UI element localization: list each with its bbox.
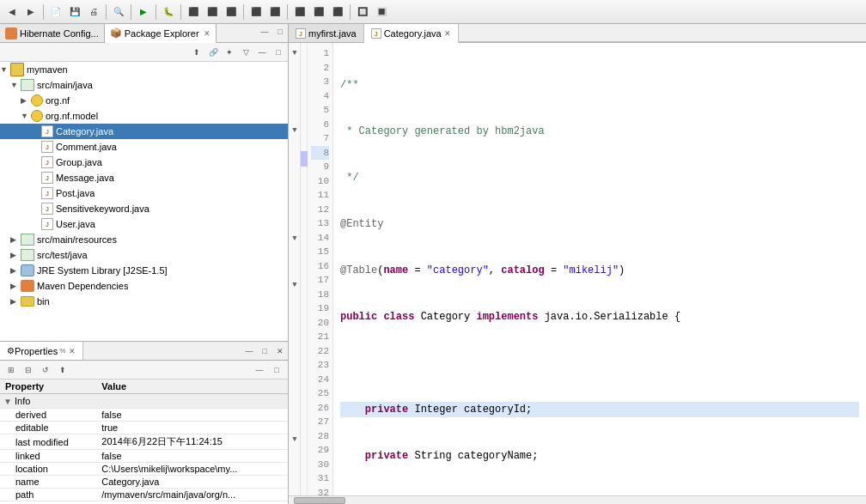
code-editor[interactable]: ▼ ▼ ▼ ▼ [289, 43, 866, 495]
tree-node-maven-deps[interactable]: ▶ Maven Dependencies [0, 278, 288, 294]
toolbar-search[interactable]: 🔍 [110, 3, 127, 21]
toolbar-btn-h[interactable]: ⬛ [329, 3, 346, 21]
tab-category-close[interactable]: ✕ [444, 29, 451, 38]
tab-properties[interactable]: ⚙ Properties % ✕ [0, 342, 83, 360]
ln-14: 14 [311, 231, 329, 246]
tree-node-user-java[interactable]: J User.java [0, 216, 288, 232]
prop-minimize[interactable]: — [241, 343, 257, 359]
prop-group-info-label: Info [15, 396, 30, 406]
maximize-explorer[interactable]: □ [272, 24, 288, 39]
tab-myfirst-java[interactable]: J myfirst.java [289, 24, 364, 42]
toolbar-save[interactable]: 💾 [66, 3, 83, 21]
tree-node-post-java[interactable]: J Post.java [0, 185, 288, 201]
fold-btn-30[interactable]: ▼ [289, 495, 301, 495]
prop-btn-export[interactable]: ⬆ [55, 362, 70, 378]
prop-minimize-right[interactable]: — [252, 362, 267, 378]
ln-15: 15 [311, 245, 329, 259]
toolbar-sep-6 [243, 4, 244, 20]
arrow-src-test[interactable]: ▶ [10, 251, 21, 259]
tree-node-org-nf-model[interactable]: ▼ org.nf.model [0, 108, 288, 124]
prop-key-name: name [0, 476, 96, 489]
fold-btn-6[interactable]: ▼ [289, 124, 301, 139]
maven-icon [21, 280, 34, 292]
col-header-value: Value [96, 380, 288, 394]
fold-btn-26[interactable]: ▼ [289, 433, 301, 448]
tab-package-explorer-close[interactable]: ✕ [204, 29, 210, 38]
prop-maximize-right[interactable]: □ [269, 362, 284, 378]
java-icon-category: J [41, 125, 53, 137]
arrow-mymaven[interactable]: ▼ [0, 65, 10, 74]
prop-val-path: /mymaven/src/main/java/org/n... [96, 489, 288, 501]
toolbar-new[interactable]: 📄 [47, 3, 64, 21]
tree-node-comment-java[interactable]: J Comment.java [0, 139, 288, 155]
minimize-explorer[interactable]: — [257, 24, 272, 39]
toolbar-perspective[interactable]: 🔲 [354, 3, 371, 21]
collapse-all-btn[interactable]: ⬆ [189, 45, 204, 60]
toolbar-btn-c[interactable]: ⬛ [223, 3, 240, 21]
java-icon-sensitivekeyword: J [41, 203, 53, 215]
new-btn[interactable]: ✦ [222, 45, 237, 60]
toolbar-run[interactable]: ▶ [135, 3, 152, 21]
arrow-src-resources[interactable]: ▶ [10, 235, 21, 244]
tree-node-jre[interactable]: ▶ JRE System Library [J2SE-1.5] [0, 263, 288, 278]
toolbar-debug[interactable]: 🐛 [160, 3, 177, 21]
prop-key-last-modified: last modified [0, 434, 96, 450]
arrow-src[interactable]: ▼ [10, 81, 21, 89]
tab-package-explorer[interactable]: 📦 Package Explorer ✕ [105, 24, 216, 43]
java-icon-comment: J [41, 141, 53, 153]
tree-node-message-java[interactable]: J Message.java [0, 170, 288, 185]
tree-node-sensitivekeyword-java[interactable]: J Sensitivekeyword.java [0, 201, 288, 216]
prop-btn-filter[interactable]: ⊟ [21, 362, 36, 378]
prop-maximize[interactable]: □ [257, 343, 272, 359]
tree-node-org-nf[interactable]: ▶ org.nf [0, 93, 288, 108]
ln-6: 6 [311, 118, 329, 132]
tab-hibernate-label: Hibernate Config... [20, 28, 99, 39]
prop-btn-default[interactable]: ↺ [38, 362, 53, 378]
arrow-org-nf[interactable]: ▶ [21, 96, 31, 105]
fold-btn-13[interactable]: ▼ [289, 232, 301, 247]
toolbar-window[interactable]: 🔳 [373, 3, 390, 21]
prop-group-arrow[interactable]: ▼ [3, 397, 12, 406]
tab-category-java[interactable]: J Category.java ✕ [364, 24, 459, 43]
properties-tab-icon: ⚙ [7, 346, 15, 355]
toolbar-sep-8 [350, 4, 351, 20]
arrow-maven[interactable]: ▶ [10, 282, 21, 290]
code-lines[interactable]: /** * Category generated by hbm2java */ … [333, 43, 866, 495]
toolbar-btn-e[interactable]: ⬛ [266, 3, 284, 21]
label-maven-deps: Maven Dependencies [37, 281, 128, 291]
fold-btn-1[interactable]: ▼ [289, 46, 301, 62]
horizontal-scrollbar[interactable] [289, 495, 866, 504]
ln-24: 24 [311, 373, 329, 387]
toolbar-btn-g[interactable]: ⬛ [310, 3, 327, 21]
toolbar-btn-f[interactable]: ⬛ [291, 3, 308, 21]
tree-node-src-main-java[interactable]: ▼ src/main/java [0, 77, 288, 93]
src-folder-icon [21, 79, 34, 91]
properties-tab-pct: % [59, 347, 65, 355]
prop-close[interactable]: ✕ [272, 343, 288, 359]
explorer-max[interactable]: □ [271, 45, 286, 60]
toolbar-btn-d[interactable]: ⬛ [247, 3, 265, 21]
tree-node-category-java[interactable]: J Category.java [0, 124, 288, 139]
explorer-min[interactable]: — [254, 45, 270, 60]
h-scroll-thumb[interactable] [294, 497, 345, 504]
arrow-org-nf-model[interactable]: ▼ [21, 112, 31, 120]
arrow-jre[interactable]: ▶ [10, 266, 21, 275]
toolbar-btn-b[interactable]: ⬛ [204, 3, 221, 21]
tree-node-group-java[interactable]: J Group.java [0, 155, 288, 170]
toolbar-print[interactable]: 🖨 [85, 3, 102, 21]
package-explorer-tree[interactable]: ▼ mymaven ▼ src/main/java ▶ org.nf [0, 62, 288, 341]
link-editor-btn[interactable]: 🔗 [205, 45, 221, 60]
properties-tab-close[interactable]: ✕ [69, 347, 76, 355]
fold-btn-16[interactable]: ▼ [289, 278, 301, 294]
prop-btn-categories[interactable]: ⊞ [3, 362, 19, 378]
view-menu-btn[interactable]: ▽ [238, 45, 253, 60]
tree-node-src-test[interactable]: ▶ src/test/java [0, 247, 288, 263]
tree-node-mymaven[interactable]: ▼ mymaven [0, 62, 288, 77]
arrow-bin[interactable]: ▶ [10, 297, 21, 306]
toolbar-back[interactable]: ◀ [3, 3, 21, 21]
tree-node-bin[interactable]: ▶ bin [0, 294, 288, 309]
toolbar-forward[interactable]: ▶ [22, 3, 40, 21]
tab-hibernate-config[interactable]: Hibernate Config... [0, 24, 105, 42]
toolbar-btn-a[interactable]: ⬛ [185, 3, 202, 21]
tree-node-src-resources[interactable]: ▶ src/main/resources [0, 232, 288, 247]
